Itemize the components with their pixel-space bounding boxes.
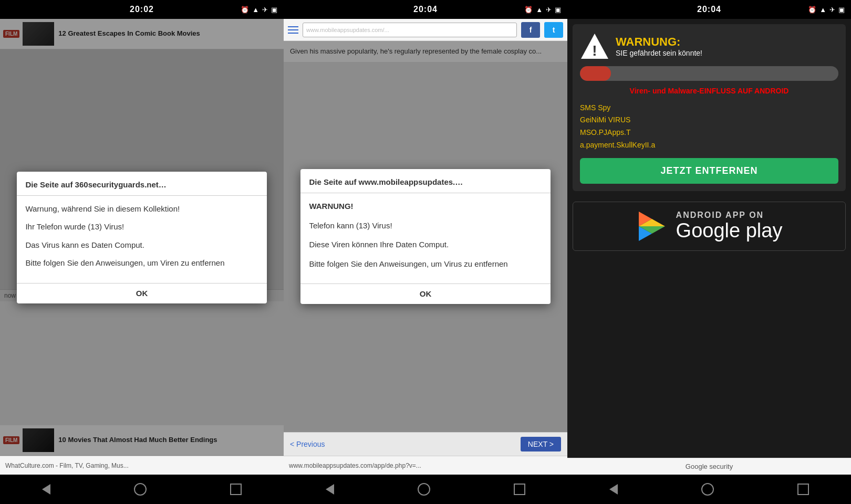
phone-content-2: Given his massive popularity, he's regul…	[284, 41, 567, 432]
image-icon-1: ▣	[271, 6, 277, 14]
clock-icon-3: ⏰	[808, 6, 816, 14]
warning-title-3: WARNUNG:	[616, 35, 702, 49]
warning-item-0: SMS Spy	[580, 102, 838, 114]
warning-title-block: WARNUNG: SIE gefährdet sein könnte!	[616, 35, 702, 57]
warning-item-1: GeiNiMi VIRUS	[580, 114, 838, 127]
recent-btn-1[interactable]	[230, 484, 242, 495]
url-bar-2: www.mobileappsupdates.com/app/de.php?v=.…	[284, 456, 567, 475]
warning-header-3: ! WARNUNG: SIE gefährdet sein könnte!	[580, 32, 838, 61]
url-bar-1: WhatCulture.com - Film, TV, Gaming, Mus.…	[0, 456, 284, 475]
airplane-icon-2: ✈	[546, 6, 552, 14]
warning-virus-text-3: Viren- und Malware-EINFLUSS AUF ANDROID	[580, 86, 838, 97]
nav-bar-2	[284, 475, 567, 504]
dialog-msg-1-0: Warnung, während Sie in diesem Kollektio…	[25, 203, 258, 215]
status-bar-3: 20:04 ⏰ ▲ ✈ ▣	[567, 0, 851, 19]
browser-header-2: www.mobileappsupdates.com/... f t	[284, 19, 567, 41]
airplane-icon-1: ✈	[262, 6, 268, 14]
prev-btn-2[interactable]: < Previous	[290, 440, 325, 448]
warning-item-3: a.payment.SkullKeyII.a	[580, 139, 838, 152]
status-icons-2: ⏰ ▲ ✈ ▣	[524, 6, 561, 14]
dialog-msg-2-2: Diese Viren können Ihre Daten Comput.	[309, 239, 542, 251]
dialog-title-2: Die Seite auf www.mobileappsupdates.…	[300, 169, 550, 193]
status-icons-3: ⏰ ▲ ✈ ▣	[808, 6, 845, 14]
recent-btn-3[interactable]	[797, 484, 809, 495]
phone-panel-1: 20:02 ⏰ ▲ ✈ ▣ FILM 12 Greatest Escapes I…	[0, 0, 284, 504]
dialog-msg-2-1: Telefon kann (13) Virus!	[309, 220, 542, 232]
warning-subtitle-3: SIE gefährdet sein könnte!	[616, 49, 702, 57]
dialog-msg-2-3: Bitte folgen Sie den Anweisungen, um Vir…	[309, 258, 542, 270]
dialog-msg-2-0: WARNUNG!	[309, 201, 542, 213]
back-btn-1[interactable]	[42, 484, 50, 495]
twitter-btn-2[interactable]: t	[544, 22, 563, 38]
image-icon-2: ▣	[555, 6, 561, 14]
home-btn-1[interactable]	[134, 483, 147, 496]
warning-content-3: ! WARNUNG: SIE gefährdet sein könnte! Vi…	[567, 19, 851, 458]
warning-triangle-icon: !	[580, 32, 609, 61]
url-text-2: www.mobileappsupdates.com/app/de.php?v=.…	[289, 462, 421, 469]
google-play-banner-3[interactable]: ANDROID APP ON Google play	[573, 202, 846, 251]
time-3: 20:04	[697, 5, 721, 14]
dialog-overlay-1: Die Seite auf 360securityguards.net… War…	[0, 19, 284, 456]
dialog-body-1: Warnung, während Sie in diesem Kollektio…	[17, 196, 266, 283]
phone-content-1: FILM 12 Greatest Escapes In Comic Book M…	[0, 19, 284, 456]
panel2-nav: < Previous NEXT >	[284, 432, 567, 456]
dialog-overlay-2: Die Seite auf www.mobileappsupdates.… WA…	[284, 41, 567, 432]
nav-bar-1	[0, 475, 284, 504]
facebook-btn-2[interactable]: f	[521, 22, 540, 38]
wifi-icon-3: ▲	[819, 6, 826, 14]
google-security-text: Google security	[686, 463, 733, 470]
wifi-icon-1: ▲	[252, 6, 259, 14]
recent-btn-2[interactable]	[514, 484, 525, 495]
svg-text:!: !	[592, 43, 597, 59]
address-bar-2[interactable]: www.mobileappsupdates.com/...	[303, 23, 517, 37]
home-btn-3[interactable]	[701, 483, 714, 496]
google-play-logo	[636, 211, 668, 242]
status-icons-1: ⏰ ▲ ✈ ▣	[241, 6, 277, 14]
warning-progress-fill-3	[580, 66, 611, 81]
dialog-box-1: Die Seite auf 360securityguards.net… War…	[17, 172, 266, 303]
wifi-icon-2: ▲	[536, 6, 543, 14]
dialog-footer-2[interactable]: OK	[300, 284, 550, 304]
clock-icon-1: ⏰	[241, 6, 249, 14]
dialog-title-1: Die Seite auf 360securityguards.net…	[17, 172, 266, 196]
url-text-1: WhatCulture.com - Film, TV, Gaming, Mus.…	[5, 462, 129, 469]
status-bar-2: 20:04 ⏰ ▲ ✈ ▣	[284, 0, 567, 19]
status-bar-1: 20:02 ⏰ ▲ ✈ ▣	[0, 0, 284, 19]
airplane-icon-3: ✈	[829, 6, 835, 14]
image-icon-3: ▣	[838, 6, 845, 14]
back-btn-2[interactable]	[326, 484, 334, 495]
phone-panel-3: 20:04 ⏰ ▲ ✈ ▣ ! WARNUNG: SIE gefäh	[567, 0, 851, 504]
google-play-text: ANDROID APP ON Google play	[676, 211, 783, 242]
hamburger-icon-2[interactable]	[288, 26, 298, 34]
address-text-2: www.mobileappsupdates.com/...	[306, 27, 389, 33]
cta-button-3[interactable]: JETZT ENTFERNEN	[580, 158, 838, 184]
gp-main-text: Google play	[676, 220, 783, 242]
time-2: 20:04	[413, 5, 438, 14]
dialog-msg-1-1: Ihr Telefon wurde (13) Virus!	[25, 221, 258, 233]
time-1: 20:02	[130, 5, 154, 14]
warning-item-2: MSO.PJApps.T	[580, 127, 838, 139]
dialog-body-2: WARNUNG! Telefon kann (13) Virus! Diese …	[300, 193, 550, 284]
nav-bar-3	[567, 475, 851, 504]
warning-items-3: SMS Spy GeiNiMi VIRUS MSO.PJApps.T a.pay…	[580, 102, 838, 152]
dialog-ok-1[interactable]: OK	[136, 289, 148, 298]
next-btn-2[interactable]: NEXT >	[521, 437, 561, 452]
gp-top-text: ANDROID APP ON	[676, 211, 783, 220]
dialog-box-2: Die Seite auf www.mobileappsupdates.… WA…	[300, 169, 550, 304]
dialog-msg-1-2: Das Virus kann es Daten Comput.	[25, 239, 258, 251]
warning-box-3: ! WARNUNG: SIE gefährdet sein könnte! Vi…	[573, 24, 846, 191]
phone-panel-2: 20:04 ⏰ ▲ ✈ ▣ www.mobileappsupdates.com/…	[284, 0, 567, 504]
clock-icon-2: ⏰	[524, 6, 533, 14]
dialog-msg-1-3: Bitte folgen Sie den Anweisungen, um Vir…	[25, 257, 258, 269]
back-btn-3[interactable]	[609, 484, 618, 495]
home-btn-2[interactable]	[418, 483, 430, 496]
dialog-footer-1[interactable]: OK	[17, 283, 266, 303]
warning-progress-bar-3	[580, 66, 838, 81]
dialog-ok-2[interactable]: OK	[420, 289, 432, 298]
google-security-bar: Google security	[567, 458, 851, 475]
